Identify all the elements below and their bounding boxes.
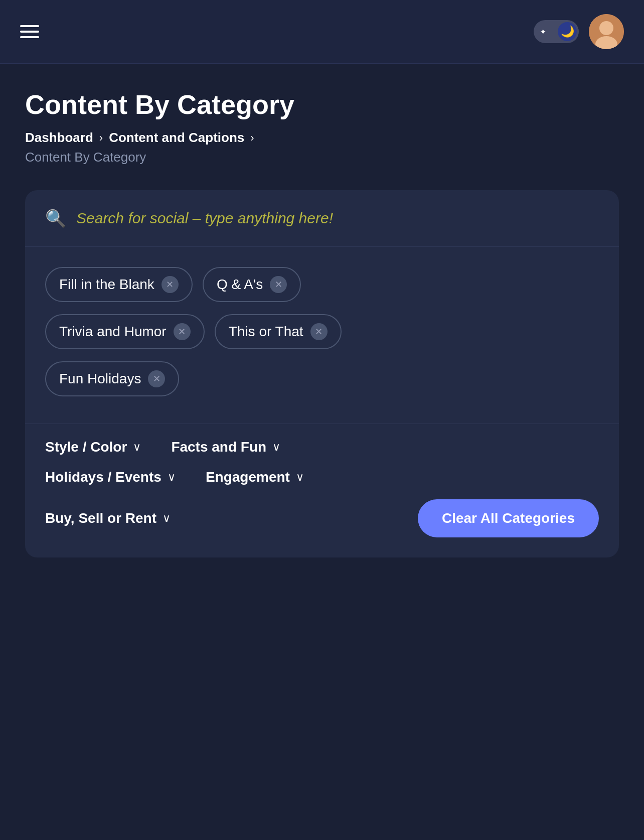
header-right: ✦ bbox=[534, 14, 624, 49]
filter-holidays-events[interactable]: Holidays / Events ∨ bbox=[45, 469, 176, 485]
search-bar: 🔍 bbox=[25, 190, 619, 247]
clear-all-categories-button[interactable]: Clear All Categories bbox=[418, 499, 599, 537]
breadcrumb-current: Content By Category bbox=[25, 150, 619, 165]
breadcrumb-separator-1: › bbox=[99, 131, 103, 145]
app-header: ✦ bbox=[0, 0, 644, 64]
tag-trivia-and-humor[interactable]: Trivia and Humor ✕ bbox=[45, 314, 205, 349]
toggle-star-icon: ✦ bbox=[540, 27, 546, 37]
breadcrumb: Dashboard › Content and Captions › Conte… bbox=[25, 130, 619, 165]
tag-close-q-and-as[interactable]: ✕ bbox=[270, 276, 287, 293]
chevron-down-icon: ∨ bbox=[168, 471, 176, 484]
hamburger-menu[interactable] bbox=[20, 25, 39, 38]
main-content: Content By Category Dashboard › Content … bbox=[0, 64, 644, 588]
tag-fun-holidays[interactable]: Fun Holidays ✕ bbox=[45, 361, 179, 396]
filter-holidays-events-label: Holidays / Events bbox=[45, 469, 162, 485]
filter-row-3: Buy, Sell or Rent ∨ Clear All Categories bbox=[45, 499, 599, 537]
svg-point-3 bbox=[589, 14, 624, 49]
chevron-down-icon: ∨ bbox=[272, 441, 280, 454]
tag-label: Fun Holidays bbox=[59, 371, 141, 387]
search-icon: 🔍 bbox=[45, 208, 66, 228]
tag-close-fill-in-the-blank[interactable]: ✕ bbox=[162, 276, 179, 293]
tag-close-trivia-and-humor[interactable]: ✕ bbox=[174, 323, 191, 340]
tag-close-this-or-that[interactable]: ✕ bbox=[310, 323, 328, 340]
filter-engagement-label: Engagement bbox=[206, 469, 290, 485]
chevron-down-icon: ∨ bbox=[296, 471, 304, 484]
tag-label: This or That bbox=[229, 324, 303, 340]
search-card: 🔍 Fill in the Blank ✕ Q & A's ✕ Trivia a… bbox=[25, 190, 619, 557]
breadcrumb-content-captions[interactable]: Content and Captions bbox=[109, 130, 244, 146]
breadcrumb-dashboard[interactable]: Dashboard bbox=[25, 130, 93, 146]
tag-q-and-as[interactable]: Q & A's ✕ bbox=[203, 267, 301, 302]
filter-style-color[interactable]: Style / Color ∨ bbox=[45, 439, 141, 455]
search-input[interactable] bbox=[76, 210, 599, 227]
filter-engagement[interactable]: Engagement ∨ bbox=[206, 469, 304, 485]
tag-close-fun-holidays[interactable]: ✕ bbox=[148, 370, 165, 387]
filter-buy-sell-rent-label: Buy, Sell or Rent bbox=[45, 510, 156, 526]
filter-buy-sell-rent[interactable]: Buy, Sell or Rent ∨ bbox=[45, 510, 171, 526]
tags-row-3: Fun Holidays ✕ bbox=[45, 361, 599, 396]
filter-row-1: Style / Color ∨ Facts and Fun ∨ bbox=[45, 439, 599, 455]
chevron-down-icon: ∨ bbox=[163, 512, 171, 525]
tag-fill-in-the-blank[interactable]: Fill in the Blank ✕ bbox=[45, 267, 193, 302]
tag-label: Q & A's bbox=[217, 276, 263, 293]
page-title: Content By Category bbox=[25, 89, 619, 120]
filter-style-color-label: Style / Color bbox=[45, 439, 127, 455]
filter-facts-and-fun-label: Facts and Fun bbox=[171, 439, 266, 455]
tags-row-2: Trivia and Humor ✕ This or That ✕ bbox=[45, 314, 599, 349]
toggle-knob bbox=[558, 22, 577, 41]
breadcrumb-separator-2: › bbox=[250, 131, 254, 145]
filter-section: Style / Color ∨ Facts and Fun ∨ Holidays… bbox=[25, 424, 619, 557]
dark-mode-toggle[interactable]: ✦ bbox=[534, 20, 579, 43]
avatar[interactable] bbox=[589, 14, 624, 49]
tag-label: Trivia and Humor bbox=[59, 324, 167, 340]
tags-area: Fill in the Blank ✕ Q & A's ✕ Trivia and… bbox=[25, 247, 619, 424]
filter-facts-and-fun[interactable]: Facts and Fun ∨ bbox=[171, 439, 280, 455]
chevron-down-icon: ∨ bbox=[133, 441, 141, 454]
tags-row-1: Fill in the Blank ✕ Q & A's ✕ bbox=[45, 267, 599, 302]
tag-this-or-that[interactable]: This or That ✕ bbox=[215, 314, 342, 349]
filter-row-2: Holidays / Events ∨ Engagement ∨ bbox=[45, 469, 599, 485]
tag-label: Fill in the Blank bbox=[59, 276, 154, 293]
